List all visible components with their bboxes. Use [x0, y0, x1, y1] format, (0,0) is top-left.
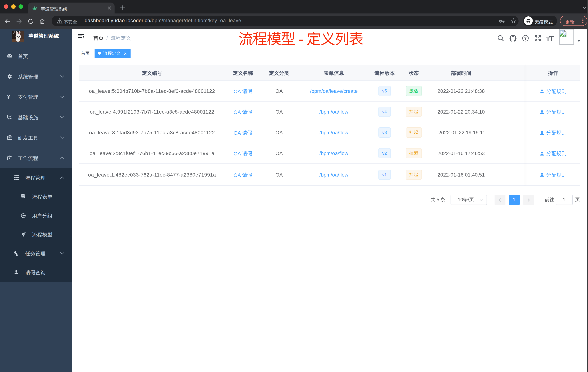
svg-text:?: ? [524, 36, 526, 41]
